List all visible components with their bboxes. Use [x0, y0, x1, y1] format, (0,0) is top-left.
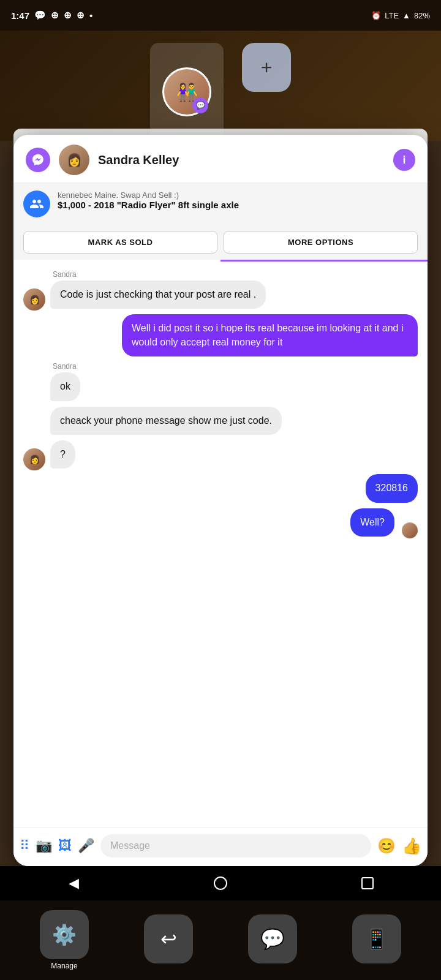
xbox-icon-3: ⊕ — [77, 10, 85, 21]
chat-header: 👩 Sandra Kelley i — [13, 135, 428, 183]
manage-app-icon: ⚙️ — [40, 910, 89, 959]
alarm-icon: ⏰ — [371, 11, 381, 20]
messenger-panel: 👩 Sandra Kelley i kennebec Maine. Swap A… — [13, 135, 428, 866]
bottom-app-row: ⚙️ Manage ↩ 💬 📱 — [0, 900, 441, 980]
listing-banner: kennebec Maine. Swap And Sell :) $1,000 … — [13, 183, 428, 225]
dot-icon: • — [89, 10, 92, 21]
sender-avatar: 👩 — [23, 288, 45, 311]
sender-avatar: 👩 — [23, 448, 45, 470]
image-icon-button[interactable]: 🖼 — [58, 838, 72, 854]
message-bubble: cheack your phone message show me just c… — [50, 407, 282, 435]
action-buttons-row: MARK AS SOLD MORE OPTIONS — [13, 225, 428, 260]
message-bubble: ? — [50, 440, 75, 469]
lte-label: LTE — [385, 11, 399, 20]
bubble-wrap: ? — [50, 440, 75, 470]
share-app-icon: ↩ — [144, 914, 193, 963]
message-bubble: Code is just checking that your post are… — [50, 281, 266, 309]
message-row: 320816 — [23, 474, 418, 504]
plus-icon: + — [261, 56, 273, 79]
bubble-wrap: cheack your phone message show me just c… — [50, 407, 282, 437]
emoji-icon-button[interactable]: 😊 — [377, 837, 396, 854]
info-icon: i — [402, 154, 405, 167]
time-display: 1:47 — [11, 10, 29, 21]
sender-name: Sandra — [50, 270, 77, 279]
message-row: cheack your phone message show me just c… — [23, 407, 418, 437]
navigation-bar: ◀ — [0, 866, 441, 900]
message-row: 👩 ? — [23, 440, 418, 470]
messenger-badge: 💬 — [192, 97, 208, 113]
add-app-button[interactable]: + — [242, 43, 291, 92]
bubble-wrap: Sandra Code is just checking that your p… — [50, 270, 266, 311]
app-thumb-messenger[interactable]: 👫 💬 — [150, 43, 224, 141]
bubble-wrap: Well? — [350, 508, 394, 538]
contact-avatar: 👩 — [59, 145, 89, 175]
message-row: Sandra ok — [23, 362, 418, 402]
listing-info: kennebec Maine. Swap And Sell :) $1,000 … — [58, 190, 418, 210]
messenger-status-icon: 💬 — [34, 10, 46, 21]
back-button[interactable]: ◀ — [55, 871, 92, 895]
mark-as-sold-button[interactable]: MARK AS SOLD — [23, 231, 217, 254]
message-bubble: Well i did post it so i hope its real be… — [122, 314, 418, 356]
listing-title: $1,000 - 2018 "Radio Flyer" 8ft single a… — [58, 200, 418, 210]
phone-app-item[interactable]: 📱 — [352, 914, 401, 966]
listing-group-name: kennebec Maine. Swap And Sell :) — [58, 190, 418, 200]
xbox-icon-1: ⊕ — [51, 10, 59, 21]
input-bar: ⠿ 📷 🖼 🎤 Message 😊 👍 — [13, 827, 428, 866]
message-bubble: 320816 — [366, 474, 418, 502]
message-placeholder: Message — [110, 840, 150, 851]
bubble-wrap: 320816 — [366, 474, 418, 504]
message-bubble: Well? — [350, 508, 394, 537]
couple-avatar: 👫 💬 — [162, 67, 211, 116]
signal-icon: ▲ — [402, 11, 410, 20]
manage-label: Manage — [51, 962, 77, 970]
bubble-wrap: Well i did post it so i hope its real be… — [122, 314, 418, 358]
status-bar: 1:47 💬 ⊕ ⊕ ⊕ • ⏰ LTE ▲ 82% — [0, 0, 441, 31]
mic-icon-button[interactable]: 🎤 — [78, 838, 94, 854]
info-button[interactable]: i — [393, 149, 415, 171]
chat-messages-area[interactable]: 👩 Sandra Code is just checking that your… — [13, 262, 428, 827]
chat-app-item[interactable]: 💬 — [248, 914, 297, 966]
grid-icon-button[interactable]: ⠿ — [20, 838, 29, 854]
read-receipt-avatar — [402, 522, 418, 538]
home-icon — [214, 876, 227, 890]
back-icon: ◀ — [69, 875, 79, 891]
like-icon-button[interactable]: 👍 — [402, 837, 421, 856]
phone-app-icon: 📱 — [352, 914, 401, 963]
more-options-button[interactable]: MORE OPTIONS — [224, 231, 418, 254]
recents-button[interactable] — [349, 871, 386, 895]
share-app-item[interactable]: ↩ — [144, 914, 193, 966]
camera-icon-button[interactable]: 📷 — [36, 838, 52, 854]
message-row: Well? — [23, 508, 418, 538]
recents-icon — [361, 877, 374, 889]
message-input[interactable]: Message — [100, 834, 371, 858]
message-bubble: ok — [50, 372, 80, 401]
contact-name: Sandra Kelley — [98, 153, 385, 167]
manage-app-item[interactable]: ⚙️ Manage — [40, 910, 89, 970]
message-row: Well i did post it so i hope its real be… — [23, 314, 418, 358]
chat-app-icon: 💬 — [248, 914, 297, 963]
messenger-app-icon — [26, 148, 50, 172]
group-icon — [23, 190, 50, 217]
home-button[interactable] — [202, 871, 239, 895]
status-right: ⏰ LTE ▲ 82% — [371, 11, 430, 20]
battery-label: 82% — [414, 11, 430, 20]
app-switcher-bg: 👫 💬 + G 🎤 📷 — [0, 31, 441, 141]
status-left: 1:47 💬 ⊕ ⊕ ⊕ • — [11, 10, 92, 21]
message-row: 👩 Sandra Code is just checking that your… — [23, 270, 418, 311]
xbox-icon-2: ⊕ — [64, 10, 72, 21]
bubble-wrap: Sandra ok — [50, 362, 80, 402]
sender-name: Sandra — [50, 362, 77, 371]
